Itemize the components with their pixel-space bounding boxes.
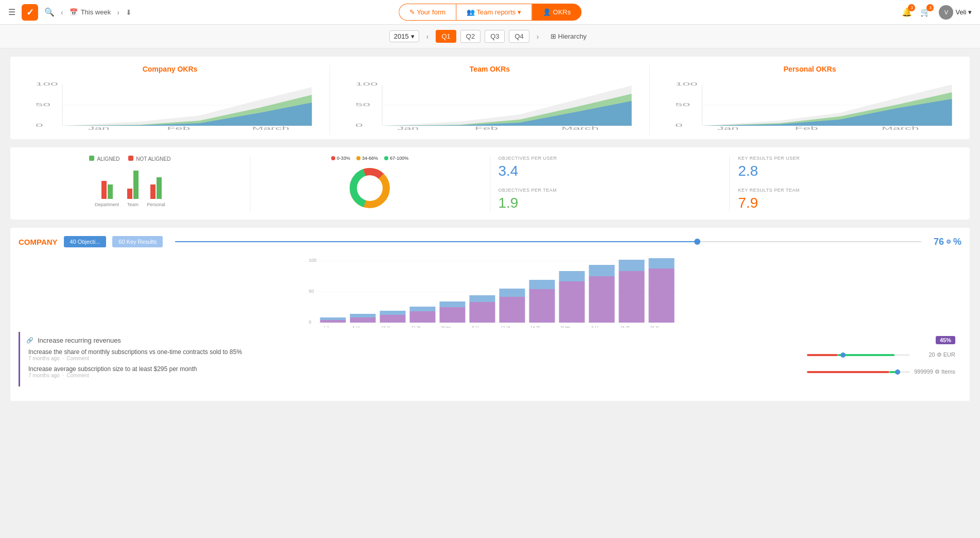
- svg-text:0: 0: [309, 320, 312, 325]
- svg-text:Feb: Feb: [167, 126, 190, 131]
- hierarchy-label: Hierarchy: [558, 32, 587, 40]
- personal-label: Personal: [147, 202, 165, 207]
- percent-icon: ⚙: [946, 239, 951, 245]
- tab-your-form[interactable]: ✎ Your form: [399, 4, 456, 21]
- svg-rect-59: [529, 289, 555, 323]
- company-bar-chart: 100 50 0: [19, 256, 961, 328]
- svg-text:0: 0: [355, 123, 363, 128]
- tab-team-reports[interactable]: 👥 Team reports ▾: [456, 4, 532, 21]
- donut-orange-label: 34-66%: [362, 156, 378, 161]
- team-okrs-section: Team OKRs 100 50 0 Jan Feb March: [330, 65, 650, 135]
- svg-text:5-11: 5-11: [591, 326, 598, 328]
- team-label: Team: [127, 202, 139, 207]
- company-okrs-chart: 100 50 0 Jan Feb March: [21, 79, 319, 131]
- kr-value-icon-2: ⚙: [935, 368, 940, 375]
- download-icon[interactable]: ⬇: [126, 8, 132, 16]
- quarter-next-btn[interactable]: ›: [534, 31, 542, 42]
- svg-rect-58: [500, 289, 525, 297]
- company-title: COMPANY: [19, 238, 58, 246]
- company-header: COMPANY 40 Objecti... 60 Key Results 76 …: [19, 236, 961, 247]
- tab-okrs[interactable]: 👤 OKRs: [532, 4, 581, 21]
- nav-prev-icon[interactable]: ‹: [61, 8, 63, 16]
- kr-per-user-label: KEY RESULTS PER USER: [738, 156, 961, 161]
- kr-item-1-text: Increase the share of monthly subscripti…: [28, 348, 803, 361]
- okr-item-header: 🔗 Increase recurring revenues 45%: [26, 336, 955, 344]
- kr-item-1-comment[interactable]: Comment: [67, 356, 89, 361]
- svg-rect-48: [350, 314, 376, 317]
- not-aligned-label: NOT ALIGNED: [136, 156, 170, 162]
- svg-rect-67: [649, 268, 675, 323]
- svg-text:15-21: 15-21: [382, 326, 391, 328]
- cart-icon[interactable]: 🛒 3: [920, 7, 931, 17]
- kr-item-2: Increase average subscription size to at…: [26, 365, 955, 378]
- svg-rect-46: [320, 317, 346, 320]
- obj-per-team-label: OBJECTIVES PER TEAM: [498, 188, 721, 193]
- cart-badge: 3: [926, 4, 934, 11]
- quarter-q1-btn[interactable]: Q1: [436, 30, 456, 43]
- kr-slider-1[interactable]: [807, 354, 910, 356]
- donut-red-legend: 0-33%: [331, 156, 350, 161]
- objectives-btn[interactable]: 40 Objecti...: [64, 236, 107, 247]
- hierarchy-icon: ⊞: [551, 32, 556, 40]
- svg-text:19-25: 19-25: [621, 326, 630, 328]
- donut-svg: [347, 165, 393, 211]
- kr-btn[interactable]: 60 Key Results: [112, 236, 163, 247]
- svg-text:8-14: 8-14: [352, 326, 359, 328]
- svg-text:Feb: Feb: [475, 126, 498, 131]
- svg-text:0: 0: [36, 123, 43, 128]
- user-avatar[interactable]: V Veli ▾: [939, 5, 972, 20]
- nav-next-icon[interactable]: ›: [117, 8, 119, 16]
- kr-item-2-comment[interactable]: Comment: [67, 373, 89, 378]
- header-right: 🔔 3 🛒 3 V Veli ▾: [902, 5, 972, 20]
- svg-text:50: 50: [675, 102, 690, 107]
- progress-slider[interactable]: [175, 241, 921, 242]
- svg-text:0: 0: [675, 123, 683, 128]
- svg-rect-45: [320, 320, 346, 323]
- personal-okrs-chart: 100 50 0 Jan Feb March: [660, 79, 959, 131]
- user-name: Veli ▾: [955, 8, 972, 16]
- notifications-icon[interactable]: 🔔 3: [902, 7, 912, 17]
- team-bar-group: Team: [127, 163, 139, 207]
- notif-badge: 3: [908, 4, 915, 11]
- personal-okrs-section: Personal OKRs 100 50 0 Jan Feb March: [650, 65, 970, 135]
- quarter-q4-btn[interactable]: Q4: [509, 30, 529, 43]
- svg-text:5-11: 5-11: [472, 326, 479, 328]
- not-aligned-legend: NOT ALIGNED: [128, 156, 171, 162]
- svg-text:Jan: Jan: [397, 126, 419, 131]
- svg-rect-63: [589, 276, 615, 323]
- svg-rect-51: [410, 311, 436, 323]
- hierarchy-btn[interactable]: ⊞ Hierarchy: [546, 30, 591, 42]
- svg-rect-68: [649, 258, 675, 268]
- bar-chart-block: ALIGNED NOT ALIGNED Department: [10, 156, 250, 211]
- week-label: This week: [81, 8, 111, 16]
- svg-rect-57: [500, 297, 525, 323]
- svg-text:March: March: [252, 126, 290, 131]
- svg-rect-47: [350, 317, 376, 323]
- quarter-prev-btn[interactable]: ‹: [423, 31, 432, 42]
- quarter-q2-btn[interactable]: Q2: [460, 30, 480, 43]
- svg-text:12-18: 12-18: [501, 326, 510, 328]
- obj-per-team-value: 1.9: [498, 195, 721, 211]
- dept-green-bar: [108, 184, 113, 199]
- svg-text:March: March: [561, 126, 599, 131]
- kr-item-1-main: Increase the share of monthly subscripti…: [28, 348, 803, 356]
- svg-rect-54: [440, 301, 466, 307]
- search-icon[interactable]: 🔍: [44, 7, 55, 17]
- dept-label: Department: [95, 202, 119, 207]
- dept-red-bar: [101, 181, 107, 199]
- sub-header: 2015 ▾ ‹ Q1 Q2 Q3 Q4 › ⊞ Hierarchy: [0, 25, 980, 48]
- menu-icon[interactable]: ☰: [8, 7, 15, 17]
- svg-text:26 feb: 26 feb: [560, 326, 571, 328]
- bar-legend: ALIGNED NOT ALIGNED: [19, 156, 242, 162]
- app-logo[interactable]: ✓: [22, 4, 38, 21]
- aligned-label: ALIGNED: [97, 156, 120, 162]
- calendar-icon: 📅: [70, 8, 78, 16]
- kr-slider-2[interactable]: [807, 371, 910, 373]
- kr-per-team-value: 7.9: [738, 195, 961, 211]
- quarter-q3-btn[interactable]: Q3: [485, 30, 505, 43]
- year-selector[interactable]: 2015 ▾: [389, 30, 419, 42]
- svg-rect-55: [470, 302, 495, 323]
- kr-per-team-label: KEY RESULTS PER TEAM: [738, 188, 961, 193]
- week-selector[interactable]: 📅 This week: [70, 8, 111, 16]
- personal-bar-group: Personal: [147, 163, 165, 207]
